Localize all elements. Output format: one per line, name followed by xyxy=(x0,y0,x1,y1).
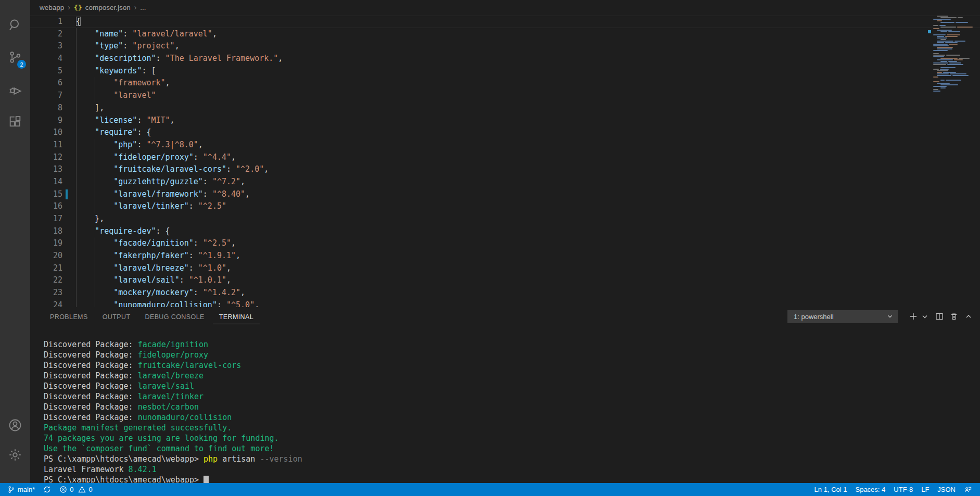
code-line[interactable]: 19"facade/ignition": "^2.5", xyxy=(30,237,980,250)
chevron-down-icon xyxy=(886,313,894,320)
terminal-line: Laravel Framework 8.42.1 xyxy=(44,464,980,475)
warnings-count: 0 xyxy=(88,486,92,493)
feedback-item[interactable] xyxy=(960,483,976,496)
line-number: 5 xyxy=(30,65,62,78)
breadcrumb-folder[interactable]: webapp xyxy=(40,4,64,11)
minimap[interactable] xyxy=(933,16,976,92)
warnings-icon xyxy=(78,486,86,493)
terminal-line: Discovered Package: nunomaduro/collision xyxy=(44,412,980,423)
code-line[interactable]: 17}, xyxy=(30,213,980,225)
code-line[interactable]: 5"keywords": [ xyxy=(30,65,980,78)
maximize-panel-icon[interactable] xyxy=(964,312,973,321)
git-branch-icon xyxy=(7,486,15,493)
settings-gear-icon[interactable] xyxy=(0,443,30,466)
code-line[interactable]: 1{ xyxy=(30,16,980,28)
code-line[interactable]: 23"mockery/mockery": "^1.4.2", xyxy=(30,287,980,299)
line-number: 6 xyxy=(30,77,62,90)
terminal-line: Discovered Package: laravel/breeze xyxy=(44,371,980,381)
sync-icon xyxy=(43,486,51,493)
line-number: 13 xyxy=(30,163,62,176)
split-terminal-icon[interactable] xyxy=(935,312,944,321)
terminal-line: Discovered Package: laravel/tinker xyxy=(44,391,980,402)
panel-tab-terminal[interactable]: TERMINAL xyxy=(213,309,260,324)
line-number: 1 xyxy=(30,16,62,28)
terminal-line: Discovered Package: fruitcake/laravel-co… xyxy=(44,360,980,371)
indentation-item[interactable]: Spaces: 4 xyxy=(851,483,889,496)
line-number: 20 xyxy=(30,250,62,262)
terminal-output[interactable]: Discovered Package: facade/ignitionDisco… xyxy=(30,326,980,483)
breadcrumb-symbol[interactable]: ... xyxy=(140,4,146,11)
scm-badge: 2 xyxy=(17,60,26,69)
git-modified-gutter-marker xyxy=(66,189,68,200)
new-terminal-dropdown-icon[interactable] xyxy=(921,312,929,321)
errors-count: 0 xyxy=(70,486,73,493)
status-bar: main* 0 0 Ln 1, Col 1 xyxy=(0,483,980,496)
line-number: 22 xyxy=(30,274,62,287)
panel-actions: 1: powershell xyxy=(787,310,973,323)
code-line[interactable]: 18"require-dev": { xyxy=(30,225,980,238)
extensions-icon[interactable] xyxy=(0,110,30,133)
sync-changes-item[interactable] xyxy=(39,483,55,496)
explorer-icon[interactable] xyxy=(0,0,30,5)
line-number: 11 xyxy=(30,139,62,151)
panel-tab-problems[interactable]: PROBLEMS xyxy=(44,309,94,324)
run-and-debug-icon[interactable] xyxy=(0,78,30,101)
breadcrumb[interactable]: webapp › {} composer.json › ... xyxy=(30,0,980,15)
code-line[interactable]: 9"license": "MIT", xyxy=(30,115,980,127)
code-line[interactable]: 4"description": "The Laravel Framework."… xyxy=(30,53,980,65)
kill-terminal-trash-icon[interactable] xyxy=(950,312,958,321)
code-line[interactable]: 14"guzzlehttp/guzzle": "^7.2", xyxy=(30,176,980,188)
source-control-icon[interactable]: 2 xyxy=(0,46,30,69)
cursor-position-item[interactable]: Ln 1, Col 1 xyxy=(810,483,851,496)
terminal-line: Discovered Package: nesbot/carbon xyxy=(44,402,980,412)
code-line[interactable]: 3"type": "project", xyxy=(30,40,980,53)
panel-tab-debug-console[interactable]: DEBUG CONSOLE xyxy=(138,309,210,324)
terminal-shell-select[interactable]: 1: powershell xyxy=(787,310,898,323)
code-line[interactable]: 20"fakerphp/faker": "^1.9.1", xyxy=(30,250,980,262)
line-number: 24 xyxy=(30,299,62,307)
line-number: 14 xyxy=(30,176,62,188)
line-number: 18 xyxy=(30,225,62,238)
eol-item[interactable]: LF xyxy=(917,483,933,496)
line-number: 4 xyxy=(30,53,62,65)
code-line[interactable]: 21"laravel/breeze": "^1.0", xyxy=(30,262,980,275)
encoding-item[interactable]: UTF-8 xyxy=(889,483,917,496)
line-number: 12 xyxy=(30,151,62,164)
line-number: 2 xyxy=(30,28,62,41)
line-number: 19 xyxy=(30,237,62,250)
code-line[interactable]: 15"laravel/framework": "^8.40", xyxy=(30,188,980,201)
code-line[interactable]: 11"php": "^7.3|^8.0", xyxy=(30,139,980,151)
errors-icon xyxy=(59,486,67,493)
panel-tab-output[interactable]: OUTPUT xyxy=(96,309,137,324)
code-line[interactable]: 12"fideloper/proxy": "^4.4", xyxy=(30,151,980,164)
breadcrumb-file[interactable]: composer.json xyxy=(85,4,131,11)
code-line[interactable]: 8], xyxy=(30,102,980,115)
code-line[interactable]: 16"laravel/tinker": "^2.5" xyxy=(30,200,980,213)
cursor-position-label: Ln 1, Col 1 xyxy=(814,486,847,493)
code-editor[interactable]: 1{2"name": "laravel/laravel",3"type": "p… xyxy=(30,16,980,307)
accounts-icon[interactable] xyxy=(0,414,30,437)
line-number: 21 xyxy=(30,262,62,275)
code-line[interactable]: 7"laravel" xyxy=(30,90,980,102)
encoding-label: UTF-8 xyxy=(894,486,913,493)
new-terminal-icon[interactable] xyxy=(909,312,918,321)
line-number: 7 xyxy=(30,90,62,102)
language-mode-item[interactable]: JSON xyxy=(933,483,960,496)
git-branch-item[interactable]: main* xyxy=(3,483,39,496)
search-icon[interactable] xyxy=(0,14,30,36)
problems-item[interactable]: 0 0 xyxy=(55,483,96,496)
line-number: 10 xyxy=(30,126,62,139)
code-line[interactable]: 10"require": { xyxy=(30,126,980,139)
code-line[interactable]: 2"name": "laravel/laravel", xyxy=(30,28,980,41)
code-line[interactable]: 22"laravel/sail": "^1.0.1", xyxy=(30,274,980,287)
minimap-modified-marker xyxy=(928,30,931,33)
terminal-line: Use the `composer fund` command to find … xyxy=(44,443,980,454)
code-line[interactable]: 24"nunomaduro/collision": "^5.0", xyxy=(30,299,980,307)
line-number: 9 xyxy=(30,115,62,127)
terminal-line: Discovered Package: fideloper/proxy xyxy=(44,350,980,360)
code-line[interactable]: 6"framework", xyxy=(30,77,980,90)
code-line[interactable]: 13"fruitcake/laravel-cors": "^2.0", xyxy=(30,163,980,176)
terminal-line: PS C:\xampp\htdocs\amecad\webapp> php ar… xyxy=(44,454,980,464)
eol-label: LF xyxy=(921,486,929,493)
indentation-label: Spaces: 4 xyxy=(855,486,885,493)
